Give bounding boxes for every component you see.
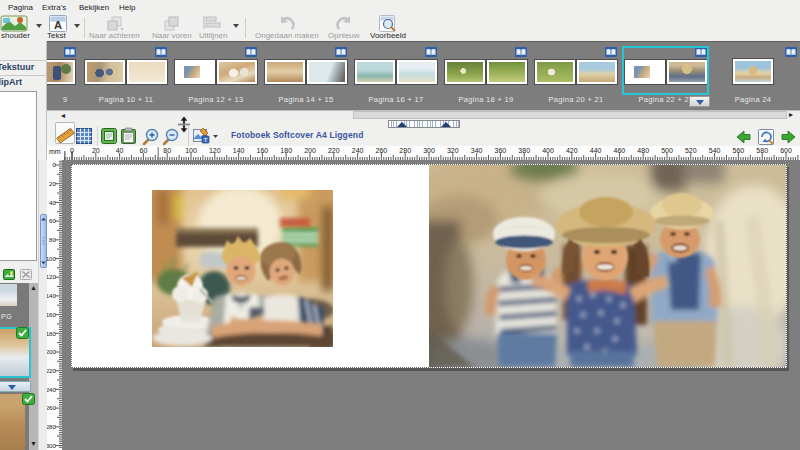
svg-text:120: 120 <box>209 147 221 154</box>
svg-text:40: 40 <box>49 199 56 206</box>
svg-text:60: 60 <box>140 147 148 154</box>
svg-text:20: 20 <box>92 147 100 154</box>
svg-text:420: 420 <box>566 147 578 154</box>
svg-text:460: 460 <box>614 147 626 154</box>
svg-text:100: 100 <box>46 255 57 262</box>
svg-text:140: 140 <box>233 147 245 154</box>
svg-text:560: 560 <box>733 147 745 154</box>
svg-text:540: 540 <box>709 147 721 154</box>
svg-text:360: 360 <box>495 147 507 154</box>
svg-text:340: 340 <box>471 147 483 154</box>
svg-text:80: 80 <box>49 236 56 243</box>
svg-text:160: 160 <box>257 147 269 154</box>
svg-text:T: T <box>204 137 208 143</box>
svg-text:180: 180 <box>46 330 57 337</box>
svg-text:240: 240 <box>352 147 364 154</box>
svg-text:240: 240 <box>46 386 57 393</box>
svg-text:400: 400 <box>542 147 554 154</box>
svg-text:100: 100 <box>185 147 197 154</box>
svg-text:160: 160 <box>46 311 57 318</box>
svg-text:320: 320 <box>447 147 459 154</box>
svg-text:500: 500 <box>661 147 673 154</box>
svg-text:0: 0 <box>53 161 57 168</box>
svg-text:220: 220 <box>328 147 340 154</box>
svg-text:280: 280 <box>46 423 57 430</box>
svg-text:A: A <box>54 19 62 31</box>
svg-text:380: 380 <box>518 147 530 154</box>
svg-text:280: 280 <box>399 147 411 154</box>
svg-text:520: 520 <box>685 147 697 154</box>
svg-text:200: 200 <box>46 348 57 355</box>
svg-text:440: 440 <box>590 147 602 154</box>
svg-text:0: 0 <box>70 147 74 154</box>
svg-text:20: 20 <box>49 180 56 187</box>
svg-text:40: 40 <box>116 147 124 154</box>
svg-text:260: 260 <box>46 404 57 411</box>
svg-text:220: 220 <box>46 367 57 374</box>
svg-text:600: 600 <box>780 147 792 154</box>
svg-text:200: 200 <box>304 147 316 154</box>
svg-text:mm: mm <box>49 148 61 155</box>
svg-text:120: 120 <box>46 273 57 280</box>
svg-text:80: 80 <box>163 147 171 154</box>
svg-text:480: 480 <box>637 147 649 154</box>
svg-text:300: 300 <box>46 442 57 449</box>
svg-text:60: 60 <box>49 217 56 224</box>
svg-text:300: 300 <box>423 147 435 154</box>
svg-text:140: 140 <box>46 292 57 299</box>
svg-text:180: 180 <box>280 147 292 154</box>
svg-text:260: 260 <box>376 147 388 154</box>
svg-text:580: 580 <box>756 147 768 154</box>
